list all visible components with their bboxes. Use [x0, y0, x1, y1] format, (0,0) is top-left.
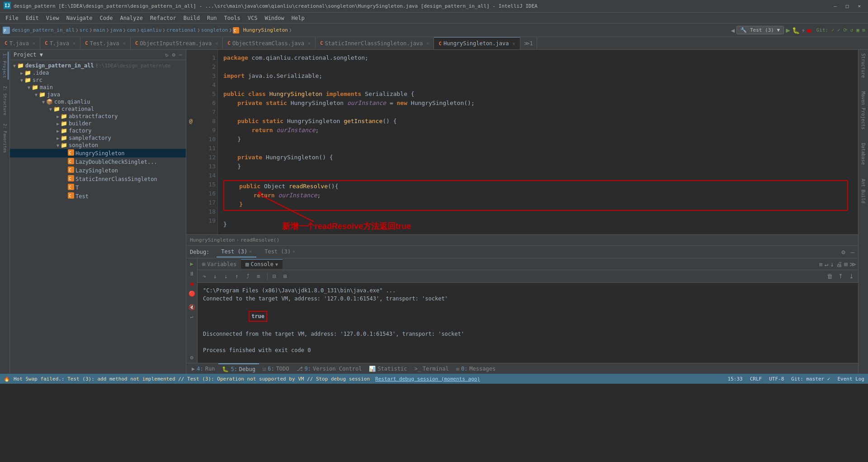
sidebar-right-structure[interactable]: Structure [860, 52, 867, 80]
close-button[interactable]: ✕ [854, 2, 864, 10]
sidebar-icon-structure[interactable]: Z: Structure [2, 84, 8, 117]
code-content[interactable]: package com.qianliu.creational.songleton… [218, 50, 858, 234]
dtb-step-into[interactable]: ↓ [210, 271, 220, 281]
bread-class[interactable]: C HungrySingleton [233, 27, 288, 33]
bread-qianliu[interactable]: qianliu [141, 27, 161, 33]
dtb-filter-btn[interactable]: ≡ [819, 261, 822, 268]
run-config-dropdown[interactable]: 🔧 Test (3) ▼ [736, 26, 784, 34]
status-lineending[interactable]: CRLF [750, 376, 762, 382]
menu-item-view[interactable]: View [42, 14, 63, 22]
tab-close-ois[interactable]: ✕ [215, 41, 218, 46]
sidebar-right-database[interactable]: Database [860, 141, 867, 167]
dtb-clear-btn[interactable]: 🗑 [825, 271, 835, 281]
bottom-tool-todo[interactable]: ☑ 6: TODO [259, 363, 293, 374]
debug-button[interactable]: 🐛 [792, 27, 800, 34]
tree-main[interactable]: ▼ 📁 main [10, 84, 186, 91]
tree-hungrysingleton[interactable]: C HungrySingleton [10, 149, 186, 157]
bread-project[interactable]: design_pattern_in_all [12, 27, 75, 33]
tree-root[interactable]: ▼ 📁 design_pattern_in_all E:\IDEA\design… [10, 62, 186, 69]
tab-objectinputstream[interactable]: C ObjectInputStream.java ✕ [131, 37, 223, 49]
menu-item-run[interactable]: Run [203, 14, 221, 22]
tree-comqianliu[interactable]: ▼ 📦 com.qianliu [10, 98, 186, 105]
tab-tjava2[interactable]: C T.java ✕ [40, 37, 80, 49]
debug-pause-btn[interactable]: ⏸ [187, 269, 196, 278]
status-encoding[interactable]: UTF-8 [769, 376, 784, 382]
debug-tab-close-1[interactable]: ✕ [249, 249, 252, 254]
dtb-run-cursor[interactable]: ⤴ [243, 271, 253, 281]
menu-item-code[interactable]: Code [96, 14, 117, 22]
sub-tab-console[interactable]: ▤ Console ▼ [241, 259, 283, 269]
console-area[interactable]: "C:\Program Files (x86)\Java\jdk1.8.0_13… [198, 283, 858, 363]
tab-hungrysingleton[interactable]: C HungrySingleton.java ✕ [434, 37, 520, 49]
tree-abstractfactory[interactable]: ▶ 📁 abstractfactory [10, 113, 186, 120]
tab-close-hs[interactable]: ✕ [512, 41, 515, 46]
menu-item-vcs[interactable]: VCS [244, 14, 261, 22]
dtb-scroll-btn[interactable]: ↓ [830, 261, 834, 268]
tree-songleton[interactable]: ▼ 📁 songleton [10, 142, 186, 149]
tab-tjava1[interactable]: C T.java ✕ [0, 37, 40, 49]
sync-icon[interactable]: ↻ [165, 52, 168, 58]
tab-staticinnerclass[interactable]: C StaticInnerClassSingleton.java ✕ [316, 37, 434, 49]
tree-T[interactable]: C T [10, 183, 186, 192]
bottom-tool-statistic[interactable]: 📊 Statistic [365, 363, 410, 374]
bread-com[interactable]: com [127, 27, 136, 33]
menu-item-help[interactable]: Help [288, 14, 308, 22]
tab-close-tjava1[interactable]: ✕ [33, 41, 35, 46]
debug-settings-btn2[interactable]: ⚙ [187, 353, 196, 362]
sidebar-right-maven[interactable]: Maven Projects [860, 90, 867, 131]
tab-objectstreamclass[interactable]: C ObjectStreamClass.java ✕ [223, 37, 316, 49]
dtb-layout-btn[interactable]: ⊞ [844, 261, 848, 268]
debug-tab-close-2[interactable]: ✕ [292, 249, 295, 254]
debug-viewbp-btn[interactable]: 🔴 [187, 289, 196, 298]
dtb-more-btn[interactable]: ≫ [849, 261, 856, 268]
debug-tab-test3-1[interactable]: Test (3) ✕ [217, 247, 256, 257]
tab-close-testjava[interactable]: ✕ [123, 41, 126, 46]
tab-close-osc[interactable]: ✕ [308, 41, 311, 46]
tree-staticinner[interactable]: C StaticInnerClassSingleton [10, 175, 186, 183]
menu-item-analyze[interactable]: Analyze [116, 14, 146, 22]
menu-item-edit[interactable]: Edit [22, 14, 42, 22]
restart-link[interactable]: Restart debug session (moments ago) [375, 376, 480, 382]
menu-item-refactor[interactable]: Refactor [146, 14, 180, 22]
debug-tab-test3-2[interactable]: Test (3) ✕ [260, 247, 300, 257]
bottom-tool-messages[interactable]: ✉ 0: Messages [453, 363, 499, 374]
tab-testjava[interactable]: C Test.java ✕ [80, 37, 131, 49]
dtb-step-over[interactable]: ↷ [199, 271, 209, 281]
bottom-tool-debug[interactable]: 🐛 5: Debug [218, 363, 259, 374]
dtb-wrap-btn[interactable]: ↵ [825, 261, 828, 268]
gear-icon[interactable]: ⚙ [172, 52, 175, 58]
stop-button[interactable]: ◼ [807, 27, 811, 34]
tab-overflow[interactable]: ≫1 [520, 37, 537, 49]
tree-test[interactable]: C Test [10, 192, 186, 200]
bottom-tool-terminal[interactable]: >_ Terminal [410, 363, 452, 374]
tree-lazydouble[interactable]: C LazyDoubleCheckSinglet... [10, 157, 186, 166]
dtb-threads-btn[interactable]: ⊞ [280, 271, 290, 281]
dtb-step-out[interactable]: ↑ [232, 271, 242, 281]
debug-stop-btn[interactable]: ◼ [187, 279, 196, 288]
debug-hide-icon[interactable]: — [851, 248, 854, 256]
hide-icon[interactable]: — [179, 52, 182, 58]
minimize-button[interactable]: — [830, 2, 840, 10]
tree-lazysingleton[interactable]: C LazySingleton [10, 166, 186, 175]
bread-java[interactable]: java [110, 27, 122, 33]
dtb-scrolltop-btn[interactable]: ⤒ [835, 271, 845, 281]
tab-close-sics[interactable]: ✕ [426, 41, 429, 46]
nav-back-icon[interactable]: ◀ [731, 27, 735, 34]
tree-src[interactable]: ▼ 📁 src [10, 76, 186, 84]
tree-java[interactable]: ▼ 📁 java [10, 91, 186, 98]
bread-creational[interactable]: creational [166, 27, 196, 33]
menu-item-window[interactable]: Window [261, 14, 288, 22]
menu-item-file[interactable]: File [2, 14, 22, 22]
coverage-button[interactable]: ⚡ [802, 27, 805, 34]
tab-close-tjava2[interactable]: ✕ [73, 41, 75, 46]
sidebar-right-antbuild[interactable]: Ant Build [860, 177, 867, 205]
menu-item-navigate[interactable]: Navigate [63, 14, 96, 22]
bread-songleton[interactable]: songleton [201, 27, 228, 33]
menu-item-build[interactable]: Build [180, 14, 203, 22]
tree-samplefactory[interactable]: ▶ 📁 samplefactory [10, 134, 186, 142]
debug-restore-btn[interactable]: ↩ [187, 313, 196, 322]
status-eventlog[interactable]: Event Log [837, 376, 864, 382]
bread-main[interactable]: main [93, 27, 105, 33]
dtb-evaluate[interactable]: ≡ [254, 271, 264, 281]
debug-resume-btn[interactable]: ▶ [187, 259, 196, 268]
